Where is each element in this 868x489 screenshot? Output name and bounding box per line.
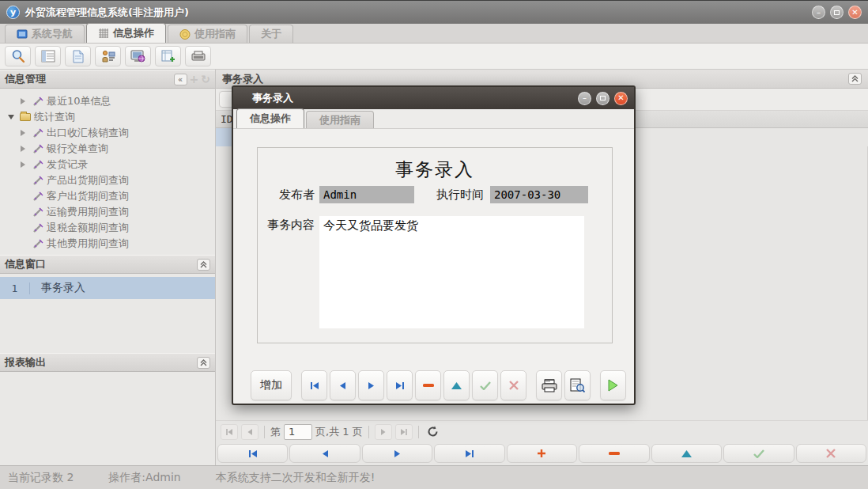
- post-record-button[interactable]: [472, 370, 498, 400]
- tool-icon: [32, 159, 47, 170]
- list-item-label: 事务录入: [30, 281, 85, 295]
- expand-arrow-icon[interactable]: [21, 97, 32, 106]
- dialog-tab-info-operation[interactable]: 信息操作: [236, 108, 304, 128]
- maximize-icon: [600, 96, 606, 100]
- expand-arrow-icon[interactable]: [21, 128, 32, 138]
- panel-header-info-window: 信息窗口: [0, 255, 215, 274]
- tree-item-label: 出口收汇核销查询: [47, 126, 129, 140]
- tree-item-transport-fee[interactable]: 运输费用期间查询: [0, 204, 215, 220]
- refresh-icon: [427, 426, 439, 438]
- tree-item-product-period[interactable]: 产品出货期间查询: [0, 172, 215, 188]
- sidebar-empty-area: [0, 372, 215, 465]
- document-button[interactable]: [65, 46, 91, 66]
- collapse-arrow-icon[interactable]: [8, 112, 20, 122]
- monitor-globe-button[interactable]: [125, 46, 151, 66]
- tab-user-guide[interactable]: 使用指南: [168, 25, 247, 43]
- publisher-field[interactable]: [319, 186, 414, 203]
- printer-icon: [542, 379, 557, 392]
- tree-item-shipping-record[interactable]: 发货记录: [0, 157, 215, 172]
- panel-header-report-output: 报表输出: [0, 353, 215, 372]
- dialog-close-button[interactable]: ✕: [614, 92, 628, 105]
- cancel-record-button[interactable]: [500, 370, 526, 400]
- tab-about[interactable]: 关于: [249, 25, 293, 43]
- table-view-button[interactable]: [35, 46, 61, 66]
- record-next-button[interactable]: [362, 444, 432, 463]
- edit-record-button[interactable]: [443, 370, 470, 400]
- tree-item-other-fee[interactable]: 其他费用期间查询: [0, 236, 215, 252]
- run-button[interactable]: [600, 370, 626, 400]
- user-chart-button[interactable]: [95, 46, 121, 66]
- record-delete-button[interactable]: [579, 444, 649, 463]
- minimize-button[interactable]: –: [812, 6, 825, 19]
- dialog-body: 事务录入 发布者 执行时间 事务内容 今天又货品要发货 增加: [233, 129, 634, 404]
- form-heading: 事务录入: [258, 157, 612, 182]
- collapse-left-icon[interactable]: «: [174, 74, 187, 85]
- print-button[interactable]: [536, 370, 562, 400]
- publisher-label: 发布者: [258, 188, 319, 203]
- table-add-button[interactable]: [155, 46, 181, 66]
- exec-time-field[interactable]: [490, 186, 588, 203]
- content-field[interactable]: 今天又货品要发货: [319, 216, 584, 328]
- close-button[interactable]: ✕: [848, 6, 862, 19]
- add-button[interactable]: 增加: [251, 370, 292, 400]
- prev-record-button[interactable]: [330, 370, 356, 400]
- next-record-button[interactable]: [358, 370, 384, 400]
- tree-item-label: 其他费用期间查询: [47, 237, 129, 251]
- refresh-icon[interactable]: ↻: [201, 73, 210, 85]
- check-icon: [753, 449, 764, 458]
- page-last-button[interactable]: [395, 424, 413, 440]
- search-icon: [11, 49, 25, 63]
- record-prev-button[interactable]: [289, 444, 360, 463]
- page-first-button[interactable]: [221, 424, 238, 440]
- tool-icon: [32, 222, 47, 233]
- expand-arrow-icon[interactable]: [21, 144, 32, 154]
- tree-item-label: 发货记录: [47, 157, 88, 172]
- add-icon[interactable]: +: [190, 73, 199, 85]
- dialog-maximize-button[interactable]: [596, 92, 609, 105]
- tool-icon: [32, 238, 47, 249]
- last-record-button[interactable]: [387, 370, 413, 400]
- exec-time-label: 执行时间: [414, 188, 490, 203]
- collapse-up-icon[interactable]: [197, 259, 210, 271]
- search-button[interactable]: [5, 46, 31, 66]
- tree-item-tax-refund[interactable]: 退税金额期间查询: [0, 220, 215, 236]
- window-titlebar: y 外贸流程管理信息系统(非注册用户) – ✕: [0, 0, 868, 24]
- dialog-title: 事务录入: [252, 91, 578, 105]
- page-next-button[interactable]: [375, 424, 392, 440]
- guide-coin-icon: [179, 29, 191, 39]
- record-first-button[interactable]: [217, 444, 288, 463]
- page-prefix-label: 第: [270, 425, 281, 439]
- tab-info-operation[interactable]: 信息操作: [86, 23, 166, 43]
- record-insert-button[interactable]: [507, 444, 577, 463]
- record-cancel-button[interactable]: [796, 444, 866, 463]
- expand-arrow-icon[interactable]: [21, 160, 32, 169]
- tree-item-export-verify[interactable]: 出口收汇核销查询: [0, 125, 215, 141]
- page-number-input[interactable]: [284, 424, 312, 440]
- tree-item-customer-period[interactable]: 客户出货期间查询: [0, 188, 215, 204]
- app-window: y 外贸流程管理信息系统(非注册用户) – ✕ 系统导航 信息操作 使用指南: [0, 0, 868, 489]
- prev-icon: [321, 449, 330, 458]
- print-preview-button[interactable]: [564, 370, 591, 400]
- printer-tray-button[interactable]: [185, 46, 211, 66]
- record-edit-button[interactable]: [651, 444, 722, 463]
- record-last-button[interactable]: [434, 444, 504, 463]
- tool-icon: [32, 143, 47, 154]
- delete-record-button[interactable]: [415, 370, 441, 400]
- collapse-up-icon[interactable]: [197, 357, 210, 369]
- tab-system-nav[interactable]: 系统导航: [5, 25, 85, 43]
- tree-item-stats-query[interactable]: 统计查询: [0, 109, 215, 125]
- dialog-tab-user-guide[interactable]: 使用指南: [306, 111, 374, 128]
- up-triangle-icon: [451, 382, 462, 389]
- first-record-button[interactable]: [301, 370, 327, 400]
- dialog-minimize-button[interactable]: –: [578, 92, 591, 105]
- page-prev-button[interactable]: [241, 424, 259, 440]
- collapse-up-icon[interactable]: [848, 73, 862, 85]
- tree-item-recent10[interactable]: 最近10单信息: [0, 93, 215, 109]
- user-chart-icon: [101, 50, 115, 63]
- last-icon: [464, 449, 475, 458]
- list-item-transaction-entry[interactable]: 1 事务录入: [0, 277, 215, 299]
- tree-item-bank-docs[interactable]: 银行交单查询: [0, 141, 215, 157]
- maximize-button[interactable]: [830, 6, 843, 19]
- record-post-button[interactable]: [723, 444, 794, 463]
- page-refresh-button[interactable]: [425, 424, 442, 440]
